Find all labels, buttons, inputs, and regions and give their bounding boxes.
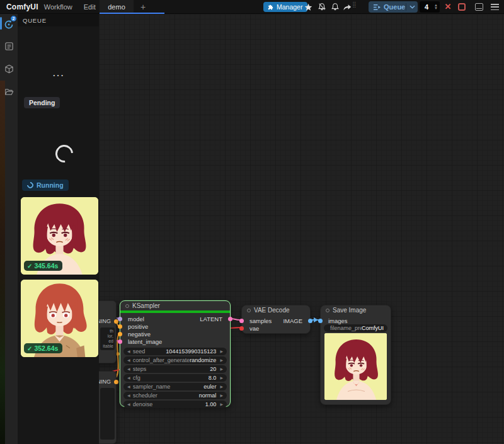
queue-panel-header: QUEUE	[18, 14, 99, 26]
menu-edit[interactable]: Edit	[78, 3, 101, 11]
queue-run-button[interactable]: Queue	[369, 1, 418, 13]
queue-label: Queue	[384, 3, 405, 11]
model-slot-dot[interactable]	[118, 317, 122, 321]
comfyui-window: NNING th lor, ed itable NNING KSampler m…	[0, 0, 504, 444]
sidebar-item-queue[interactable]: 2	[0, 16, 18, 33]
widget-name: sampler_name	[133, 384, 204, 390]
decrement-arrow-icon[interactable]: ◀	[127, 393, 130, 397]
workflow-tab-demo[interactable]: demo	[100, 0, 134, 14]
prompt-textarea[interactable]: th lor, ed itable	[100, 327, 115, 350]
comfyui-logo[interactable]: ComfyUI	[6, 3, 38, 11]
save-image-header[interactable]: Save Image	[321, 305, 391, 315]
widget-value: 20	[210, 366, 216, 372]
slot-label: images	[328, 317, 348, 324]
decrement-arrow-icon[interactable]: ◀	[127, 375, 130, 380]
collapse-toggle[interactable]	[125, 304, 129, 308]
widget-cfg[interactable]: ◀ cfg 8.0 ▶	[123, 374, 227, 382]
negative-slot-dot[interactable]	[118, 332, 122, 336]
slot-label: vae	[249, 325, 259, 332]
widget-name: seed	[133, 348, 166, 355]
widget-value: 1044153990315123	[166, 348, 216, 355]
menu-workflow[interactable]: Workflow	[38, 3, 78, 11]
queue-list-icon	[373, 4, 381, 11]
manager-button[interactable]: Manager	[263, 2, 307, 12]
new-workflow-button[interactable]: +	[137, 1, 149, 13]
widget-name: scheduler	[133, 392, 199, 399]
queue-overflow-menu[interactable]: ···	[53, 71, 65, 80]
stepper-arrows[interactable]: ▲▼	[434, 4, 438, 10]
batch-count-value: 4	[425, 3, 434, 11]
check-icon: ✓	[27, 263, 32, 270]
widget-name: control_after_generate	[133, 357, 190, 363]
collapse-toggle[interactable]	[326, 309, 329, 312]
toggle-bottom-panel-icon[interactable]	[475, 3, 483, 11]
ksampler-node[interactable]: KSampler model LATENT positive negative …	[120, 300, 231, 407]
increment-arrow-icon[interactable]: ▶	[220, 375, 223, 380]
decrement-arrow-icon[interactable]: ◀	[127, 358, 130, 362]
node-title: Save Image	[333, 307, 366, 314]
positive-slot-dot[interactable]	[118, 324, 122, 329]
increment-arrow-icon[interactable]: ▶	[220, 349, 223, 353]
share-arrow-icon[interactable]	[342, 2, 352, 12]
increment-arrow-icon[interactable]: ▶	[220, 384, 223, 389]
queue-result-thumbnail[interactable]: ✓ 352.64s	[21, 280, 98, 357]
decrement-arrow-icon[interactable]: ◀	[127, 349, 130, 353]
sidebar-item-node-library[interactable]	[0, 38, 18, 54]
widget-control-after-generate[interactable]: ◀ control_after_generate randomize ▶	[123, 356, 227, 364]
decrement-arrow-icon[interactable]: ◀	[127, 367, 130, 371]
puzzle-icon	[267, 4, 274, 11]
vae-decode-header[interactable]: VAE Decode	[242, 305, 310, 315]
widget-steps[interactable]: ◀ steps 20 ▶	[123, 365, 227, 373]
input-samples: samples IMAGE	[242, 317, 310, 324]
node-library-icon	[4, 42, 14, 51]
step-down-icon[interactable]: ▼	[434, 7, 438, 10]
prompt-textarea[interactable]	[100, 388, 115, 440]
slot-label: model	[128, 316, 144, 322]
batch-count-stepper[interactable]: 4 ▲▼	[420, 1, 440, 13]
images-slot-dot[interactable]	[318, 319, 323, 323]
check-icon: ✓	[27, 345, 32, 352]
image-output-dot[interactable]	[308, 319, 312, 323]
widget-sampler-name[interactable]: ◀ sampler_name euler ▶	[123, 383, 227, 390]
generated-image-preview[interactable]	[324, 333, 387, 400]
hamburger-menu-icon[interactable]	[491, 3, 499, 11]
slot-label: negative	[128, 331, 151, 338]
widget-name: denoise	[133, 401, 205, 407]
ksampler-header[interactable]: KSampler	[120, 301, 230, 310]
collapse-toggle[interactable]	[247, 309, 251, 312]
star-icon[interactable]	[303, 2, 313, 12]
slot-label: latent_image	[128, 338, 162, 345]
pending-section-label: Pending	[24, 97, 60, 108]
duration-value: 345.64s	[34, 262, 58, 270]
samples-slot-dot[interactable]	[239, 319, 244, 323]
sidebar-item-model-library[interactable]	[0, 60, 18, 77]
widget-filename-prefix[interactable]: filename_prefix ComfyUI	[324, 324, 387, 332]
loading-spinner	[52, 141, 76, 166]
widget-scheduler[interactable]: ◀ scheduler normal ▶	[123, 392, 227, 399]
tab-label: demo	[108, 3, 125, 11]
bell-slash-icon[interactable]	[317, 2, 327, 12]
increment-arrow-icon[interactable]: ▶	[220, 358, 223, 362]
slot-label: samples	[249, 317, 272, 324]
increment-arrow-icon[interactable]: ▶	[220, 367, 223, 371]
chevron-down-icon[interactable]	[406, 5, 418, 9]
increment-arrow-icon[interactable]: ▶	[220, 393, 223, 397]
widget-name: steps	[133, 366, 210, 372]
decrement-arrow-icon[interactable]: ◀	[127, 384, 130, 389]
cancel-run-button[interactable]: ✕	[444, 3, 452, 11]
latent-output-dot[interactable]	[228, 317, 232, 321]
increment-arrow-icon[interactable]: ▶	[220, 402, 223, 406]
vae-slot-dot[interactable]	[239, 326, 244, 331]
queue-result-thumbnail[interactable]: ✓ 345.64s	[21, 197, 98, 275]
drag-handle-icon[interactable]: ⣿	[352, 3, 358, 7]
input-model: model LATENT	[120, 316, 230, 323]
decrement-arrow-icon[interactable]: ◀	[127, 402, 130, 406]
conditioning-slot-dot[interactable]	[114, 380, 118, 384]
stop-button[interactable]	[458, 3, 466, 11]
save-image-node[interactable]: Save Image images filename_prefix ComfyU…	[320, 305, 391, 405]
vae-decode-node[interactable]: VAE Decode samples IMAGE vae	[241, 305, 311, 334]
widget-seed[interactable]: ◀ seed 1044153990315123 ▶	[123, 348, 227, 355]
latent-image-slot-dot[interactable]	[118, 339, 122, 344]
bell-icon[interactable]	[330, 2, 340, 12]
widget-denoise[interactable]: ◀ denoise 1.00 ▶	[123, 401, 227, 408]
